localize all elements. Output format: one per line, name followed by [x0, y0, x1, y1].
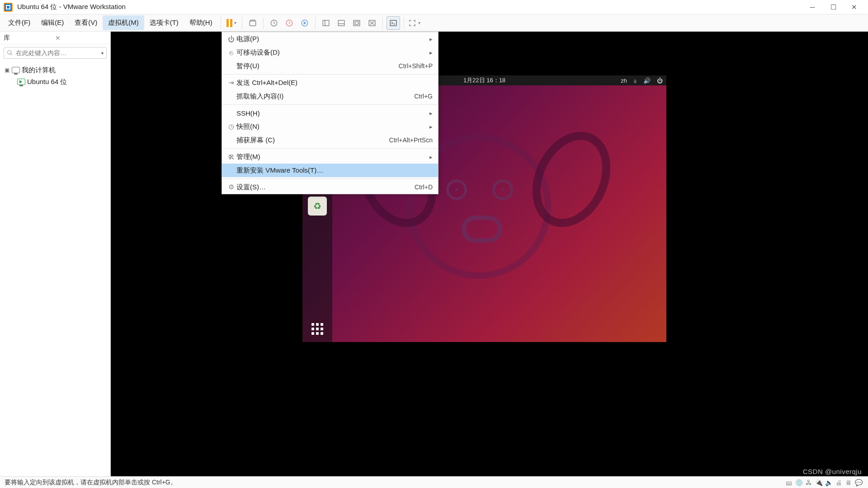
vm-menu-settings[interactable]: ⚙ 设置(S)… Ctrl+D — [222, 180, 438, 194]
ubuntu-lang-indicator[interactable]: zh — [621, 77, 627, 84]
tb-view-fit-button[interactable] — [350, 16, 363, 30]
statusbar: 要将输入定向到该虚拟机，请在虚拟机内部单击或按 Ctrl+G。 🖴 💿 🖧 🔌 … — [0, 476, 868, 488]
tree-root-label: 我的计算机 — [22, 66, 56, 75]
status-net-icon[interactable]: 🖧 — [804, 479, 814, 486]
vmware-logo-icon — [4, 3, 13, 12]
library-search[interactable]: ▾ — [4, 47, 107, 59]
close-button[interactable]: ✕ — [844, 0, 864, 14]
library-search-input[interactable] — [16, 49, 101, 56]
network-icon[interactable]: ⏚ — [633, 77, 637, 84]
vm-menu-capture[interactable]: 捕获屏幕 (C) Ctrl+Alt+PrtScn — [222, 133, 438, 147]
tb-clock-play-button[interactable] — [298, 16, 311, 30]
tb-snapshot-button[interactable] — [246, 16, 259, 30]
submenu-arrow-icon: ▸ — [429, 123, 433, 130]
ubuntu-clock: 1月22日 16：18 — [463, 76, 505, 84]
svg-line-15 — [11, 54, 12, 55]
vm-menu-snapshot[interactable]: ◷ 快照(N) ▸ — [222, 120, 438, 133]
library-header: 库 ✕ — [0, 32, 110, 44]
tb-view-exit-button[interactable] — [365, 16, 379, 30]
vm-console-area[interactable]: ⏻ 电源(P) ▸ ⎋ 可移动设备(D) ▸ 暂停(U) Ctrl+Shift+… — [111, 32, 868, 476]
window-titlebar: Ubuntu 64 位 - VMware Workstation ─ ☐ ✕ — [0, 0, 868, 14]
main-area: 库 ✕ ▾ ▣ 我的计算机 Ubuntu 64 位 — [0, 32, 868, 476]
snapshot-icon: ◷ — [226, 122, 236, 131]
library-tree: ▣ 我的计算机 Ubuntu 64 位 — [0, 61, 110, 90]
status-cd-icon[interactable]: 💿 — [794, 479, 804, 486]
submenu-arrow-icon: ▸ — [429, 110, 433, 117]
tb-view-single-button[interactable] — [319, 16, 333, 30]
status-sound-icon[interactable]: 🔈 — [824, 479, 834, 486]
search-icon — [7, 50, 13, 56]
svg-rect-4 — [323, 20, 329, 26]
tree-root-my-computer[interactable]: ▣ 我的计算机 — [2, 64, 108, 76]
menu-view[interactable]: 查看(V) — [69, 15, 103, 30]
tb-console-button[interactable] — [387, 16, 400, 30]
maximize-button[interactable]: ☐ — [823, 0, 844, 14]
vm-running-icon — [17, 79, 25, 85]
menu-help[interactable]: 帮助(H) — [184, 15, 218, 30]
svg-rect-6 — [338, 20, 344, 26]
menubar: 文件(F) 编辑(E) 查看(V) 虚拟机(M) 选项卡(T) 帮助(H) ▾ … — [0, 14, 868, 32]
svg-rect-0 — [250, 21, 256, 26]
status-usb-icon[interactable]: 🔌 — [814, 479, 824, 486]
tb-clock-warn-button[interactable] — [283, 16, 296, 30]
vm-menu-dropdown: ⏻ 电源(P) ▸ ⎋ 可移动设备(D) ▸ 暂停(U) Ctrl+Shift+… — [222, 32, 439, 194]
search-dropdown-icon[interactable]: ▾ — [101, 51, 104, 56]
svg-rect-8 — [354, 20, 360, 26]
statusbar-text: 要将输入定向到该虚拟机，请在虚拟机内部单击或按 Ctrl+G。 — [5, 479, 177, 487]
wrench-icon: 🛠 — [226, 153, 236, 161]
status-disk-icon[interactable]: 🖴 — [784, 479, 794, 486]
submenu-arrow-icon: ▸ — [429, 49, 433, 56]
svg-rect-13 — [390, 20, 396, 26]
vm-menu-grab-input[interactable]: 抓取输入内容(I) Ctrl+G — [222, 89, 438, 103]
dock-trash-icon[interactable] — [308, 197, 327, 216]
library-panel: 库 ✕ ▾ ▣ 我的计算机 Ubuntu 64 位 — [0, 32, 111, 476]
status-display-icon[interactable]: 🖥 — [844, 479, 854, 486]
vm-menu-removable[interactable]: ⎋ 可移动设备(D) ▸ — [222, 46, 438, 59]
vm-menu-ssh[interactable]: SSH(H) ▸ — [222, 106, 438, 120]
tree-vm-label: Ubuntu 64 位 — [27, 78, 67, 86]
status-printer-icon[interactable]: 🖨 — [834, 479, 844, 486]
dock-show-apps[interactable] — [302, 323, 332, 335]
window-title: Ubuntu 64 位 - VMware Workstation — [17, 3, 126, 11]
volume-icon[interactable]: 🔊 — [643, 77, 651, 84]
menu-file[interactable]: 文件(F) — [3, 15, 36, 30]
computer-icon — [12, 67, 20, 73]
library-title: 库 — [4, 34, 55, 42]
vm-menu-pause[interactable]: 暂停(U) Ctrl+Shift+P — [222, 59, 438, 73]
menu-vm[interactable]: 虚拟机(M) — [103, 15, 144, 30]
vm-menu-send-cad[interactable]: ⇥ 发送 Ctrl+Alt+Del(E) — [222, 76, 438, 89]
tb-view-split-button[interactable] — [335, 16, 348, 30]
pause-vm-button[interactable]: ▾ — [225, 16, 238, 30]
settings-icon: ⚙ — [226, 183, 236, 191]
vm-menu-reinstall-tools[interactable]: 重新安装 VMware Tools(T)… — [222, 164, 438, 177]
submenu-arrow-icon: ▸ — [429, 154, 433, 160]
minimize-button[interactable]: ─ — [802, 0, 823, 14]
wallpaper-decor — [446, 179, 467, 200]
menu-edit[interactable]: 编辑(E) — [36, 15, 69, 30]
vm-menu-power[interactable]: ⏻ 电源(P) ▸ — [222, 32, 438, 46]
svg-point-14 — [8, 51, 11, 54]
apps-grid-icon — [311, 323, 323, 335]
power-icon[interactable]: ⏻ — [657, 77, 663, 84]
power-icon: ⏻ — [226, 35, 236, 43]
vm-menu-manage[interactable]: 🛠 管理(M) ▸ — [222, 150, 438, 164]
status-msg-icon[interactable]: 💬 — [854, 479, 863, 486]
submenu-arrow-icon: ▸ — [429, 36, 433, 42]
menu-tabs[interactable]: 选项卡(T) — [144, 15, 184, 30]
wallpaper-decor — [492, 179, 513, 200]
library-close-icon[interactable]: ✕ — [55, 34, 107, 42]
tree-twisty-icon[interactable]: ▣ — [5, 67, 10, 73]
usb-icon: ⎋ — [226, 49, 236, 56]
send-icon: ⇥ — [226, 79, 236, 87]
tree-vm-ubuntu[interactable]: Ubuntu 64 位 — [2, 76, 108, 88]
tb-clock-button[interactable] — [267, 16, 281, 30]
wallpaper-decor — [462, 216, 502, 243]
tb-fullscreen-button[interactable]: ▾ — [408, 16, 421, 30]
svg-rect-9 — [355, 22, 359, 24]
